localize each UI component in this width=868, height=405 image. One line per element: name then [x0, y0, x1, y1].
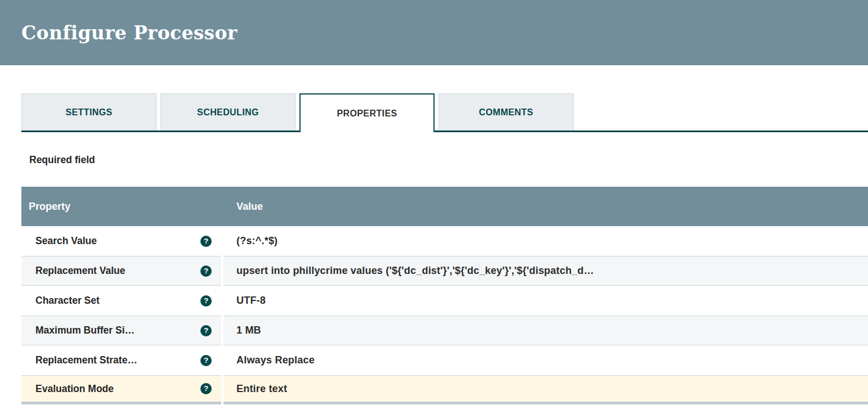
- property-name: Search Value: [35, 235, 97, 247]
- property-value-cell[interactable]: Entire text: [223, 375, 868, 404]
- help-icon[interactable]: ?: [200, 236, 212, 247]
- property-name-cell[interactable]: Replacement Strate… ?: [21, 345, 221, 375]
- help-icon[interactable]: ?: [200, 355, 212, 366]
- tab-scheduling[interactable]: SCHEDULING: [160, 93, 296, 130]
- property-value: 1 MB: [236, 325, 261, 336]
- property-name: Replacement Value: [35, 265, 126, 277]
- property-row[interactable]: Character Set ? UTF-8: [21, 286, 868, 316]
- property-row[interactable]: Replacement Strate… ? Always Replace: [21, 345, 868, 375]
- property-value-cell[interactable]: UTF-8: [223, 286, 868, 316]
- property-name-cell[interactable]: Evaluation Mode ?: [21, 375, 221, 404]
- property-name: Replacement Strate…: [35, 354, 137, 366]
- help-icon[interactable]: ?: [200, 383, 212, 394]
- property-row[interactable]: Evaluation Mode ? Entire text: [21, 375, 868, 404]
- column-header-property: Property: [21, 201, 221, 213]
- configure-processor-dialog: Configure Processor SETTINGS SCHEDULING …: [0, 0, 868, 405]
- properties-table-body: Search Value ? (?s:^.*$) Replacement Val…: [21, 226, 868, 404]
- property-value-cell[interactable]: Always Replace: [223, 345, 868, 375]
- property-row[interactable]: Maximum Buffer Si… ? 1 MB: [21, 316, 868, 345]
- help-icon[interactable]: ?: [200, 325, 212, 336]
- property-name: Evaluation Mode: [35, 383, 114, 395]
- property-row[interactable]: Replacement Value ? upsert into phillycr…: [21, 256, 868, 286]
- property-value-cell[interactable]: 1 MB: [223, 316, 868, 345]
- property-value-cell[interactable]: upsert into phillycrime values ('${'dc_d…: [223, 256, 868, 286]
- tab-bar: SETTINGS SCHEDULING PROPERTIES COMMENTS: [21, 93, 868, 132]
- property-row[interactable]: Search Value ? (?s:^.*$): [21, 226, 868, 256]
- column-header-value: Value: [221, 201, 263, 213]
- dialog-header: Configure Processor: [0, 0, 868, 65]
- property-name: Maximum Buffer Si…: [35, 325, 135, 336]
- tab-settings[interactable]: SETTINGS: [21, 93, 156, 130]
- tab-properties[interactable]: PROPERTIES: [299, 93, 435, 132]
- property-value: upsert into phillycrime values ('${'dc_d…: [236, 265, 594, 277]
- tab-comments[interactable]: COMMENTS: [439, 93, 574, 130]
- properties-table: Property Value Search Value ? (?s:^.*$) …: [21, 187, 868, 404]
- required-field-label: Required field: [29, 154, 95, 166]
- property-value: Always Replace: [236, 354, 315, 366]
- help-icon[interactable]: ?: [200, 266, 212, 277]
- properties-table-header: Property Value: [21, 187, 868, 226]
- property-name-cell[interactable]: Search Value ?: [21, 226, 221, 256]
- property-value: (?s:^.*$): [236, 235, 278, 247]
- property-name-cell[interactable]: Character Set ?: [21, 286, 221, 316]
- property-name: Character Set: [35, 295, 100, 307]
- dialog-title: Configure Processor: [21, 22, 238, 44]
- property-name-cell[interactable]: Replacement Value ?: [21, 256, 221, 286]
- property-name-cell[interactable]: Maximum Buffer Si… ?: [21, 316, 221, 345]
- property-value: UTF-8: [236, 295, 266, 307]
- help-icon[interactable]: ?: [200, 295, 212, 307]
- property-value: Entire text: [236, 383, 287, 395]
- property-value-cell[interactable]: (?s:^.*$): [223, 226, 868, 256]
